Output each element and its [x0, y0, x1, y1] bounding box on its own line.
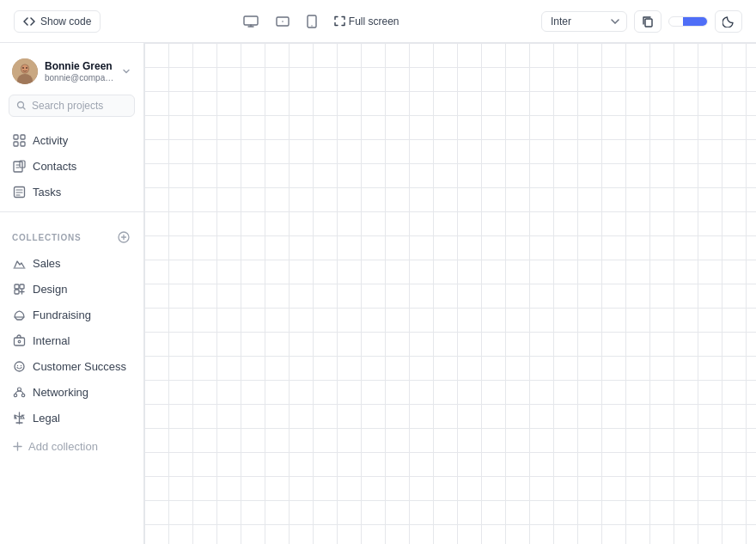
- sidebar-item-tasks[interactable]: Tasks: [5, 179, 138, 205]
- tasks-label: Tasks: [33, 186, 61, 199]
- svg-rect-24: [14, 338, 24, 345]
- legal-label: Legal: [33, 412, 60, 425]
- svg-rect-21: [15, 284, 19, 289]
- sidebar-item-customer-success[interactable]: Customer Success: [5, 353, 138, 379]
- contacts-label: Contacts: [33, 160, 76, 173]
- moon-icon: [722, 15, 735, 28]
- svg-point-29: [17, 388, 21, 391]
- sidebar-item-activity[interactable]: Activity: [5, 127, 138, 153]
- customer-success-icon: [12, 359, 26, 373]
- sidebar-item-contacts[interactable]: Contacts: [5, 153, 138, 179]
- networking-icon: [12, 385, 26, 399]
- networking-label: Networking: [33, 386, 88, 399]
- svg-rect-13: [14, 135, 18, 139]
- svg-point-28: [20, 364, 21, 365]
- light-mode-button[interactable]: [669, 17, 683, 26]
- internal-icon: [12, 333, 26, 347]
- sidebar-item-fundraising[interactable]: Fundraising: [5, 302, 138, 327]
- svg-rect-22: [20, 284, 24, 289]
- main-content: [144, 43, 756, 544]
- toolbar-left: Show code: [14, 10, 101, 33]
- user-profile[interactable]: Bonnie Green bonnie@company.com: [0, 53, 143, 95]
- svg-point-26: [15, 362, 24, 371]
- user-email: bonnie@company.com: [45, 73, 114, 83]
- fullscreen-icon: [334, 15, 345, 27]
- theme-toggle-button[interactable]: [715, 10, 742, 33]
- legal-icon: [12, 411, 26, 425]
- internal-label: Internal: [33, 334, 70, 347]
- show-code-button[interactable]: Show code: [14, 10, 101, 33]
- svg-point-27: [16, 364, 17, 365]
- code-icon: [23, 15, 35, 28]
- fullscreen-button[interactable]: Full screen: [327, 11, 406, 32]
- sidebar-item-legal[interactable]: Legal: [5, 405, 138, 431]
- main-layout: Bonnie Green bonnie@company.com: [0, 43, 756, 544]
- sidebar-item-design[interactable]: Design: [5, 276, 138, 302]
- activity-icon: [12, 133, 26, 147]
- tasks-icon: [12, 185, 26, 199]
- toolbar-center: Full screen: [236, 9, 406, 34]
- plus-icon: [12, 441, 23, 452]
- svg-point-2: [282, 21, 284, 22]
- sales-icon: [12, 256, 26, 270]
- nav-section: Activity Contacts: [0, 127, 143, 205]
- contacts-icon: [12, 159, 26, 173]
- user-chevron-icon: [121, 66, 131, 76]
- user-name: Bonnie Green: [45, 60, 114, 74]
- add-collection-header-button[interactable]: [116, 229, 131, 245]
- search-icon: [16, 101, 27, 111]
- tablet-portrait-icon: [307, 15, 317, 28]
- user-info: Bonnie Green bonnie@company.com: [45, 60, 114, 83]
- sales-label: Sales: [33, 257, 61, 270]
- svg-point-4: [311, 25, 312, 26]
- search-container: [0, 95, 143, 127]
- sidebar-divider: [0, 211, 143, 212]
- dark-mode-active-button[interactable]: [683, 17, 707, 26]
- copy-icon-button[interactable]: [634, 10, 662, 33]
- svg-point-10: [22, 67, 24, 69]
- tablet-landscape-device-button[interactable]: [269, 9, 296, 34]
- design-icon: [12, 282, 26, 296]
- fundraising-label: Fundraising: [33, 309, 91, 321]
- avatar: [12, 58, 38, 84]
- activity-label: Activity: [33, 134, 68, 147]
- search-input[interactable]: [32, 100, 127, 112]
- svg-rect-16: [21, 142, 25, 146]
- collections-header: COLLECTIONS: [0, 219, 143, 250]
- customer-success-label: Customer Success: [33, 360, 126, 373]
- add-collection-button[interactable]: Add collection: [5, 434, 138, 459]
- color-mode-toggle: [668, 16, 708, 27]
- sidebar-item-sales[interactable]: Sales: [5, 250, 138, 276]
- desktop-icon: [243, 15, 259, 28]
- svg-rect-15: [14, 142, 18, 146]
- avatar-image: [12, 58, 38, 84]
- add-collection-label: Add collection: [28, 440, 98, 453]
- svg-point-11: [26, 67, 27, 69]
- tablet-portrait-device-button[interactable]: [300, 9, 324, 34]
- font-select[interactable]: Inter Roboto Poppins Lato: [541, 11, 627, 32]
- toolbar-right: Inter Roboto Poppins Lato: [541, 10, 742, 33]
- plus-circle-icon: [118, 231, 130, 243]
- toolbar: Show code Full screen: [0, 0, 756, 43]
- desktop-device-button[interactable]: [236, 10, 265, 33]
- sidebar-item-networking[interactable]: Networking: [5, 379, 138, 405]
- svg-rect-23: [15, 290, 19, 294]
- svg-rect-17: [14, 162, 22, 172]
- svg-point-25: [18, 340, 21, 343]
- svg-rect-5: [645, 19, 652, 27]
- search-input-wrapper: [9, 95, 135, 117]
- svg-rect-0: [244, 16, 258, 25]
- fundraising-icon: [12, 308, 26, 321]
- collections-label: COLLECTIONS: [12, 233, 81, 242]
- copy-icon: [642, 15, 654, 28]
- sidebar-item-internal[interactable]: Internal: [5, 327, 138, 353]
- svg-rect-14: [21, 135, 25, 139]
- tablet-landscape-icon: [276, 15, 290, 28]
- design-label: Design: [33, 283, 67, 296]
- sidebar: Bonnie Green bonnie@company.com: [0, 43, 144, 544]
